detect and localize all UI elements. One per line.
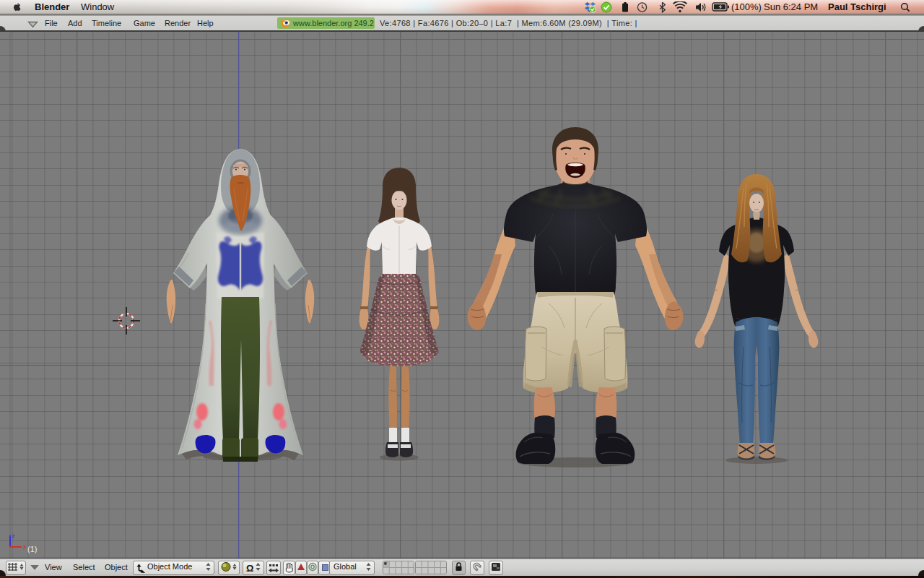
svg-text:z: z (12, 532, 15, 540)
svg-text:x: x (23, 543, 27, 551)
svg-text:(1): (1) (27, 545, 37, 553)
